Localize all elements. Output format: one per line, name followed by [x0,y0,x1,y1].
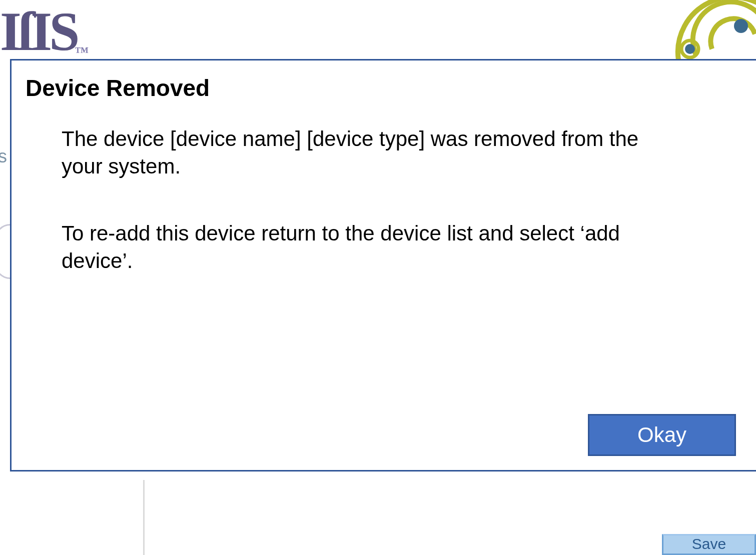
dialog-paragraph-1: The device [device name] [device type] w… [62,126,682,180]
dialog-paragraph-2: To re-add this device return to the devi… [62,220,682,274]
background-curve [0,224,10,279]
iris-logo-text: IſIS [0,1,77,62]
svg-point-0 [734,19,748,33]
dialog-body: The device [device name] [device type] w… [26,126,742,274]
svg-point-2 [681,40,698,58]
background-divider [143,480,145,555]
dialog-title: Device Removed [26,74,742,102]
svg-point-1 [685,44,695,54]
okay-button[interactable]: Okay [588,414,736,456]
iris-logo: IſIS™ [0,4,86,59]
save-button-background: Save [662,534,756,555]
device-removed-dialog: Device Removed The device [device name] … [10,59,756,472]
iris-logo-tm: ™ [75,44,86,60]
background-letter: s [0,146,7,167]
